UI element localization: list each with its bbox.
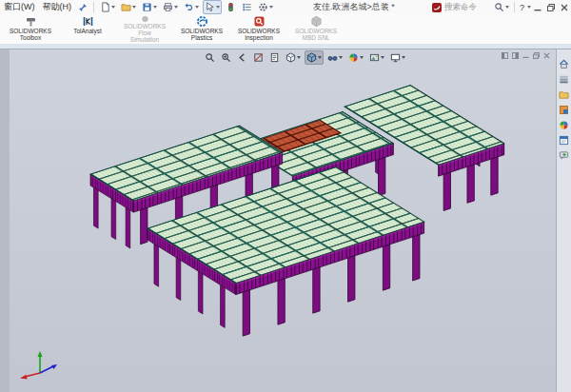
apply-scene-button[interactable] [367,50,386,65]
home-icon [559,59,569,69]
addin-flow-simulation[interactable]: SOLIDWORKS Flow Simulation [116,14,173,43]
dropdown-caret [318,56,322,59]
tolanalyst-icon [82,15,94,28]
restore-button[interactable] [544,1,558,13]
select-icon [205,2,215,12]
feature-manager-collapsed-strip[interactable] [0,49,10,392]
menu-window[interactable]: 窗口(W) [0,1,39,13]
help-button[interactable]: ? [518,3,526,12]
addin-label: SOLIDWORKS [124,23,166,29]
display-style-cube-icon [306,52,317,63]
view-settings-icon [390,52,401,63]
addin-label: SOLIDWORKS [238,28,280,34]
doc-minimize-button[interactable] [521,50,531,60]
open-file-button[interactable] [119,0,138,14]
minimize-button[interactable] [531,1,544,13]
appearance-sphere-icon [348,52,359,63]
doc-close-icon [543,52,550,59]
pane-right-button[interactable] [510,50,521,60]
apply-scene-icon [369,52,380,63]
edit-appearance-button[interactable] [346,50,365,65]
section-view-button[interactable] [251,50,266,65]
addin-label: Simulation [130,36,159,43]
solidworks-logo-icon [432,3,442,12]
zoom-to-area-icon [221,52,231,63]
toolbar-separator [514,2,515,12]
file-explorer-tab[interactable] [558,88,571,101]
addin-label: SOLIDWORKS [295,28,337,34]
view-orientation-cube-icon [286,52,296,63]
annotation-view-button[interactable] [267,50,282,65]
dropdown-caret [381,56,384,59]
previous-view-button[interactable] [235,50,249,65]
forum-icon [559,150,569,161]
view-orientation-button[interactable] [284,50,303,65]
addin-solidworks-plastics[interactable]: SOLIDWORKS Plastics [173,14,230,43]
print-button[interactable] [161,0,180,14]
file-properties-icon [242,2,252,12]
search-options-caret[interactable] [505,6,509,9]
mbd-icon [310,15,323,28]
pane-right-icon [512,52,519,59]
document-title: 友佳.欧洲名城>总装 * [276,1,432,13]
hide-show-items-button[interactable] [325,50,345,65]
rebuild-button[interactable] [224,0,238,14]
zoom-to-area-button[interactable] [219,50,233,65]
zoom-to-fit-icon [205,52,215,63]
menu-help[interactable]: 帮助(H) [39,1,76,13]
dropdown-caret [174,6,178,9]
close-button[interactable] [558,1,571,13]
save-button[interactable] [140,0,159,14]
new-file-icon [100,2,110,12]
document-window-controls [500,49,552,61]
addin-label: Flow [138,29,151,36]
annotation-view-icon [269,52,280,63]
addin-solidworks-inspection[interactable]: SOLIDWORKS Inspection [230,14,287,43]
doc-close-button[interactable] [541,50,552,60]
addin-solidworks-toolbox[interactable]: SOLIDWORKS Toolbox [2,14,59,43]
search-icon[interactable] [494,2,504,12]
undo-icon [184,2,194,12]
title-bar: 窗口(W) 帮助(H) [0,0,571,14]
appearances-sphere-icon [559,120,569,130]
assembly-model[interactable] [10,49,556,392]
dropdown-caret [195,6,199,9]
dropdown-caret [132,6,136,9]
hide-show-glasses-icon [327,52,338,63]
solidworks-forum-tab[interactable] [558,148,571,162]
doc-restore-button[interactable] [531,50,541,60]
section-view-icon [253,52,264,63]
view-settings-button[interactable] [388,50,407,65]
doc-restore-icon [533,52,540,59]
solidworks-resources-tab[interactable] [558,57,571,70]
zoom-to-fit-button[interactable] [203,50,217,65]
new-file-button[interactable] [98,0,117,14]
options-gear-icon [258,2,268,12]
display-style-button[interactable] [305,50,324,65]
file-properties-button[interactable] [240,0,254,14]
command-manager: SOLIDWORKS Toolbox TolAnalyst SOLIDWORKS… [0,14,571,44]
dropdown-caret [111,6,115,9]
addin-solidworks-mbd[interactable]: SOLIDWORKS MBD SNL [287,14,345,43]
task-pane [556,49,571,392]
undo-button[interactable] [182,0,201,14]
pane-left-button[interactable] [500,50,510,60]
search-input[interactable]: 搜索命令 [444,2,494,13]
restore-icon [547,4,555,11]
solidworks-window: 窗口(W) 帮助(H) [0,0,571,392]
dropdown-caret [339,56,343,59]
flow-simulation-icon [139,15,151,23]
design-library-tab[interactable] [558,72,571,86]
options-button[interactable] [256,0,275,14]
graphics-viewport[interactable] [10,49,556,392]
view-palette-icon [559,105,569,115]
appearances-scenes-tab[interactable] [558,118,571,131]
custom-properties-tab[interactable] [558,133,571,147]
search-box[interactable]: 搜索命令 [432,2,509,13]
view-palette-tab[interactable] [558,103,571,116]
select-button[interactable] [203,0,222,14]
addin-tolanalyst[interactable]: TolAnalyst [59,14,116,43]
addin-label: Plastics [191,34,212,41]
open-file-icon [121,2,131,12]
pin-menu-icon[interactable] [78,3,88,12]
